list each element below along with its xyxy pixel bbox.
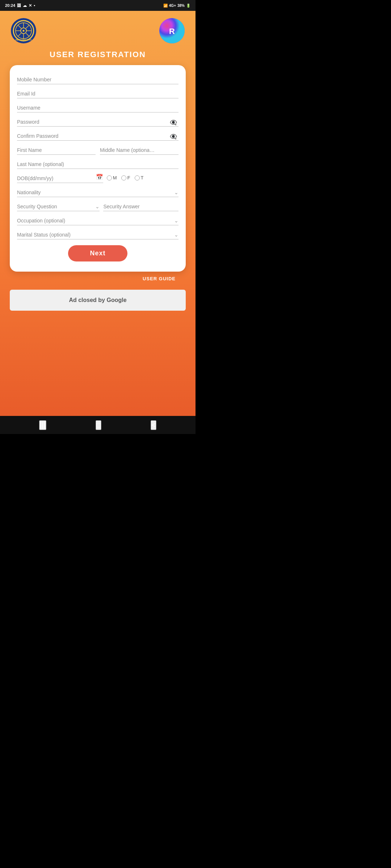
gender-female-label: F: [127, 175, 130, 180]
first-name-input[interactable]: [17, 144, 96, 155]
gender-male[interactable]: M: [107, 175, 117, 180]
nav-back-button[interactable]: <: [151, 420, 156, 430]
twitter-icon: ✕: [29, 3, 32, 8]
cloud-icon: ☁: [23, 3, 27, 8]
gender-other[interactable]: T: [135, 175, 144, 180]
name-row: [17, 144, 178, 155]
next-button[interactable]: Next: [68, 245, 127, 261]
email-input[interactable]: [17, 88, 178, 98]
confirm-password-field: 👁‍🗨: [17, 130, 178, 141]
password-input[interactable]: [17, 116, 178, 127]
mobile-number-input[interactable]: [17, 74, 178, 84]
nationality-chevron-icon: ⌄: [174, 190, 178, 195]
battery: 38%: [177, 4, 185, 8]
dot-indicator: •: [34, 3, 35, 8]
photo-icon: 🖼: [17, 3, 21, 8]
security-row: Security Question ⌄: [17, 201, 178, 211]
username-field: [17, 102, 178, 112]
status-right: 📶 4G+ 38% 🔋: [163, 4, 190, 8]
network-type: 4G+: [169, 4, 176, 8]
ad-brand-text: Google: [106, 297, 126, 303]
username-input[interactable]: [17, 102, 178, 112]
nationality-label: Nationality: [17, 190, 41, 195]
status-left: 20:24 🖼 ☁ ✕ •: [5, 3, 35, 8]
mobile-number-field: [17, 74, 178, 84]
sim-icon: 📶: [163, 4, 168, 8]
middle-name-input[interactable]: [100, 144, 178, 155]
first-name-field: [17, 144, 96, 155]
gender-options: M F T: [107, 175, 178, 180]
marital-status-dropdown[interactable]: Marital Status (optional) ⌄: [17, 229, 178, 239]
app-content: INDIAN RAILWAYS R USER REGISTRATION: [0, 11, 196, 416]
gender-female[interactable]: F: [121, 175, 130, 180]
indian-railways-logo: INDIAN RAILWAYS: [11, 18, 36, 43]
occupation-chevron-icon: ⌄: [174, 218, 178, 224]
password-field: 👁‍🗨: [17, 116, 178, 127]
dob-gender-row: 📅 M F T: [17, 173, 178, 183]
radio-female[interactable]: [121, 175, 126, 180]
radio-other[interactable]: [135, 175, 140, 180]
password-eye-icon[interactable]: 👁‍🗨: [170, 119, 177, 126]
email-id-field: [17, 88, 178, 98]
battery-icon: 🔋: [186, 4, 190, 8]
last-name-field: [17, 158, 178, 169]
security-question-chevron-icon: ⌄: [95, 204, 100, 209]
svg-text:INDIAN RAILWAYS: INDIAN RAILWAYS: [16, 39, 32, 41]
radio-male[interactable]: [107, 175, 112, 180]
dob-input[interactable]: [17, 173, 94, 181]
time: 20:24: [5, 3, 15, 8]
marital-status-label: Marital Status (optional): [17, 232, 71, 238]
confirm-password-eye-icon[interactable]: 👁‍🗨: [170, 133, 177, 140]
user-guide-link[interactable]: USER GUIDE: [143, 276, 176, 281]
user-guide-section: USER GUIDE: [10, 272, 186, 284]
security-answer-input[interactable]: [103, 201, 178, 211]
security-question-dropdown[interactable]: Security Question ⌄: [17, 204, 100, 211]
gender-male-label: M: [113, 175, 117, 180]
security-answer-field: [103, 201, 178, 211]
confirm-password-input[interactable]: [17, 130, 178, 141]
irctc-logo: R: [159, 18, 185, 43]
gender-other-label: T: [141, 175, 144, 180]
header-logos: INDIAN RAILWAYS R: [0, 11, 196, 47]
calendar-icon[interactable]: 📅: [96, 174, 103, 180]
nationality-dropdown[interactable]: Nationality ⌄: [17, 187, 178, 197]
dob-field: 📅: [17, 173, 103, 183]
form-card: 👁‍🗨 👁‍🗨 📅: [10, 65, 186, 272]
occupation-label: Occupation (optional): [17, 218, 65, 224]
nav-bar: ||| □ <: [0, 416, 196, 434]
page-title: USER REGISTRATION: [50, 50, 146, 59]
middle-name-field: [100, 144, 178, 155]
ad-banner: Ad closed by Google: [10, 290, 186, 311]
ad-closed-text: Ad closed by: [69, 297, 106, 303]
security-question-label: Security Question: [17, 204, 95, 209]
nav-menu-button[interactable]: |||: [39, 420, 46, 430]
ad-text: Ad closed by Google: [69, 297, 126, 303]
nav-home-button[interactable]: □: [96, 420, 101, 430]
svg-point-3: [23, 30, 25, 32]
last-name-input[interactable]: [17, 158, 178, 169]
occupation-dropdown[interactable]: Occupation (optional) ⌄: [17, 215, 178, 225]
status-bar: 20:24 🖼 ☁ ✕ • 📶 4G+ 38% 🔋: [0, 0, 196, 11]
marital-status-chevron-icon: ⌄: [174, 232, 178, 238]
svg-text:R: R: [169, 27, 175, 36]
